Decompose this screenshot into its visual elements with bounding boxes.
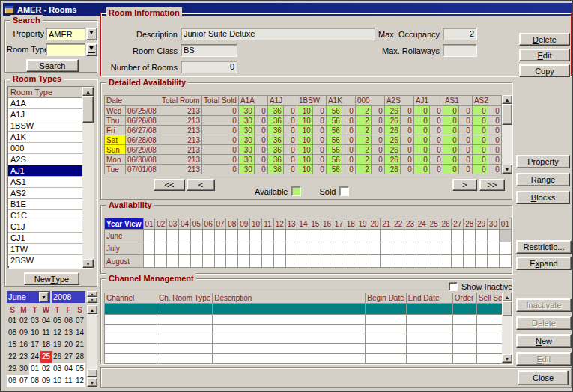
year-view-cell[interactable] [416, 242, 428, 255]
year-view-cell[interactable] [273, 230, 285, 242]
year-view-cell[interactable] [226, 230, 238, 242]
year-view-cell[interactable] [285, 255, 297, 268]
expand-button[interactable]: Expand [516, 257, 572, 270]
calendar-day[interactable]: 08 [7, 327, 18, 339]
year-view-cell[interactable] [155, 242, 167, 255]
year-view-cell[interactable] [440, 255, 452, 268]
delete-button[interactable]: Delete [519, 33, 570, 46]
year-view-cell[interactable] [487, 242, 499, 255]
calendar-year-field[interactable]: 2008 [52, 291, 85, 303]
copy-button[interactable]: Copy [519, 64, 570, 77]
calendar-day[interactable]: 02 [18, 315, 29, 327]
year-view-cell[interactable] [226, 255, 238, 268]
calendar-day[interactable]: 20 [63, 339, 74, 351]
blocks-button[interactable]: Blocks [516, 191, 570, 204]
room-type-item[interactable]: A2S [8, 154, 82, 165]
spinner-down-icon[interactable] [87, 297, 97, 303]
chevron-down-icon[interactable] [39, 292, 49, 302]
calendar-day[interactable]: 26 [52, 351, 63, 363]
year-view-cell[interactable] [357, 242, 369, 255]
year-view-cell[interactable] [416, 230, 428, 242]
year-view-cell[interactable] [452, 242, 464, 255]
year-view-cell[interactable] [357, 230, 369, 242]
year-view-cell[interactable] [476, 242, 488, 255]
calendar-day[interactable]: 29 [7, 363, 18, 375]
room-class-field[interactable]: BS [181, 44, 237, 57]
year-view-cell[interactable] [404, 242, 416, 255]
scroll-down-icon[interactable] [502, 165, 512, 174]
room-type-item[interactable]: 1BSW [8, 120, 82, 132]
scroll-down-icon[interactable] [87, 378, 97, 387]
calendar-day[interactable]: 11 [63, 375, 74, 387]
calendar-day[interactable]: 05 [52, 315, 63, 327]
year-view-cell[interactable] [167, 255, 179, 268]
year-view-cell[interactable] [155, 255, 167, 268]
year-view-cell[interactable] [261, 242, 273, 255]
year-view-cell[interactable] [487, 230, 499, 242]
year-view-cell[interactable] [297, 255, 309, 268]
year-view-cell[interactable] [214, 230, 226, 242]
year-view-cell[interactable] [250, 242, 262, 255]
year-view-cell[interactable] [321, 242, 333, 255]
year-view-cell[interactable] [309, 242, 321, 255]
year-view-cell[interactable] [273, 255, 285, 268]
year-view-cell[interactable] [297, 242, 309, 255]
year-view-cell[interactable] [309, 230, 321, 242]
scroll-down-icon[interactable] [502, 354, 512, 363]
restrictions-button[interactable]: Restrictio... [516, 240, 572, 254]
calendar-day[interactable]: 06 [63, 315, 74, 327]
calendar-day[interactable]: 24 [29, 351, 40, 363]
scroll-up-icon[interactable] [87, 305, 97, 314]
year-view-cell[interactable] [250, 230, 262, 242]
year-view-cell[interactable] [381, 230, 392, 242]
year-view-cell[interactable] [190, 242, 202, 255]
room-type-item[interactable]: AS2 [8, 188, 82, 199]
year-view-cell[interactable] [428, 255, 440, 268]
year-view-cell[interactable] [487, 255, 499, 268]
year-view-cell[interactable] [499, 255, 511, 268]
year-view-cell[interactable] [381, 255, 392, 268]
calendar-day[interactable]: 23 [18, 351, 29, 363]
year-view-cell[interactable] [404, 230, 416, 242]
room-type-item[interactable]: C1J [8, 221, 82, 233]
calendar-day[interactable]: 12 [74, 375, 85, 387]
detail-row[interactable]: Mon06/30/08213030036010056020260000000 [105, 155, 502, 165]
detail-row[interactable]: Tue07/01/08213030036010056020260000000 [105, 165, 502, 174]
scroll-up-icon[interactable] [82, 87, 94, 96]
room-type-item[interactable]: CJ1 [8, 233, 82, 244]
detail-row[interactable]: Fri06/27/08213030036010056020260000000 [105, 126, 502, 135]
year-view-cell[interactable] [167, 242, 179, 255]
detail-row[interactable]: Wed06/25/08213030036010056020260000000 [105, 106, 502, 116]
calendar-day[interactable]: 16 [18, 339, 29, 351]
calendar-day[interactable]: 18 [40, 339, 52, 351]
year-view-cell[interactable] [428, 230, 440, 242]
property-button[interactable]: Property [516, 155, 570, 168]
year-view-cell[interactable] [261, 255, 273, 268]
calendar-day[interactable]: 03 [52, 363, 63, 375]
year-view-cell[interactable] [321, 230, 333, 242]
calendar-day[interactable]: 06 [7, 375, 18, 387]
detail-row[interactable]: Thu06/26/08213030036010056020260000000 [105, 116, 502, 126]
year-view-cell[interactable] [464, 230, 476, 242]
room-type-lov-button[interactable] [86, 43, 97, 56]
calendar-month-dropdown[interactable]: June [7, 291, 50, 303]
year-view-cell[interactable] [499, 230, 511, 242]
year-view-cell[interactable] [345, 230, 357, 242]
scroll-thumb[interactable] [502, 301, 512, 316]
year-view-cell[interactable] [214, 242, 226, 255]
description-field[interactable]: Junior Suite Deluxe [181, 28, 375, 40]
room-type-item[interactable]: C1C [8, 210, 82, 221]
year-view-cell[interactable] [476, 230, 488, 242]
year-view-cell[interactable] [155, 230, 167, 242]
calendar-day[interactable]: 12 [52, 327, 63, 339]
edit-button[interactable]: Edit [519, 49, 570, 61]
year-view-cell[interactable] [476, 255, 488, 268]
year-view-cell[interactable] [392, 230, 404, 242]
year-view-cell[interactable] [309, 255, 321, 268]
scroll-thumb[interactable] [82, 96, 94, 123]
year-view-cell[interactable] [464, 242, 476, 255]
year-view-cell[interactable] [143, 230, 155, 242]
channel-row-selected[interactable] [105, 304, 511, 315]
room-type-item[interactable]: B1E [8, 199, 82, 210]
year-view-cell[interactable] [404, 255, 416, 268]
